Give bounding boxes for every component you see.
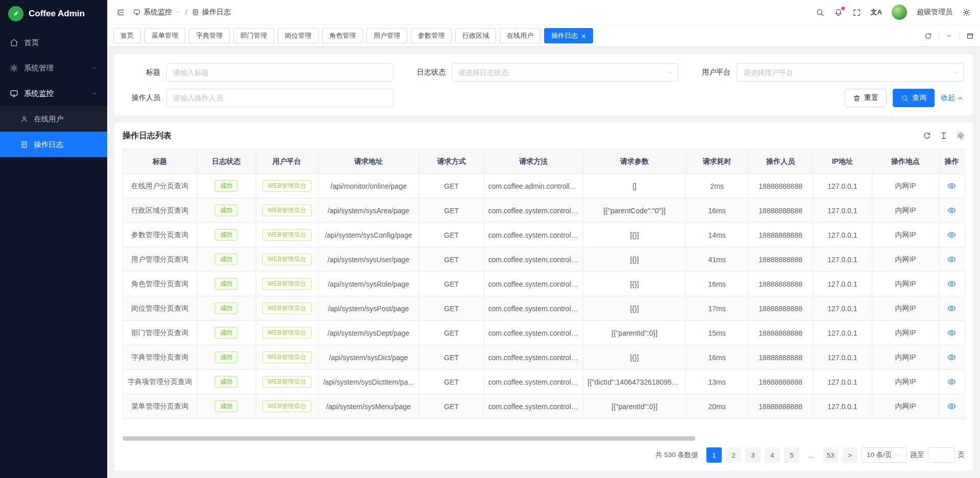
- cell-request-url: /api/system/sysMenu/page: [318, 394, 419, 419]
- tab-首页[interactable]: 首页: [113, 28, 141, 43]
- page-button-2[interactable]: 2: [726, 447, 741, 463]
- close-icon[interactable]: ×: [581, 32, 586, 40]
- column-header: 请求地址: [318, 149, 419, 174]
- view-detail-eye-icon[interactable]: [947, 255, 956, 264]
- platform-badge: WEB管理后台: [262, 303, 311, 314]
- operator-input[interactable]: [166, 89, 394, 107]
- reset-button[interactable]: 重置: [845, 89, 887, 107]
- cell-request-function: com.coffee.system.controlle...: [484, 394, 583, 419]
- view-detail-eye-icon[interactable]: [947, 378, 956, 386]
- breadcrumb-item-operation-log[interactable]: 操作日志: [192, 8, 231, 17]
- reset-button-label: 重置: [864, 93, 878, 103]
- column-height-icon[interactable]: [940, 132, 948, 140]
- next-page-button[interactable]: >: [842, 447, 857, 463]
- page-jump: 跳至 页: [911, 447, 965, 463]
- chevron-down-icon[interactable]: [946, 33, 952, 39]
- status-badge: 成功: [215, 400, 237, 412]
- table-row: 部门管理分页查询成功WEB管理后台/api/system/sysDept/pag…: [123, 321, 965, 345]
- breadcrumb-separator: /: [185, 8, 187, 16]
- tab-用户管理[interactable]: 用户管理: [366, 28, 407, 43]
- sidebar-item-home[interactable]: 首页: [0, 30, 107, 55]
- table-settings-icon[interactable]: [957, 132, 965, 140]
- cell-request-function: com.coffee.system.controlle...: [484, 296, 583, 321]
- column-header: 请求方式: [419, 149, 484, 174]
- sidebar-item-online-users[interactable]: 在线用户: [0, 106, 107, 132]
- cell-operator: 18888888888: [748, 296, 813, 321]
- filter-field-operator: 操作人员: [124, 89, 394, 107]
- sidebar-submenu: 在线用户 操作日志: [0, 106, 107, 157]
- tab-label: 字典管理: [196, 31, 223, 40]
- table-row: 菜单管理分页查询成功WEB管理后台/api/system/sysMenu/pag…: [123, 394, 965, 419]
- fullscreen-icon[interactable]: [852, 8, 861, 17]
- tab-岗位管理[interactable]: 岗位管理: [278, 28, 318, 43]
- tab-在线用户[interactable]: 在线用户: [500, 28, 541, 43]
- collapse-filters-link[interactable]: 收起: [941, 93, 964, 103]
- tab-操作日志[interactable]: 操作日志×: [544, 28, 593, 43]
- page-button-3[interactable]: 3: [745, 447, 761, 463]
- sidebar-item-operation-log[interactable]: 操作日志: [0, 132, 107, 157]
- log-table: 标题日志状态用户平台请求地址请求方式请求方法请求参数请求耗时操作人员IP地址操作…: [122, 149, 965, 419]
- refresh-icon[interactable]: [924, 32, 932, 40]
- status-select[interactable]: [452, 63, 679, 82]
- view-detail-eye-icon[interactable]: [947, 329, 956, 337]
- cell-request-method: GET: [419, 223, 484, 247]
- content-fullscreen-icon[interactable]: [966, 32, 974, 40]
- bell-icon[interactable]: [834, 8, 843, 17]
- divider: [939, 31, 939, 40]
- settings-icon[interactable]: [962, 8, 971, 17]
- view-detail-eye-icon[interactable]: [947, 280, 956, 288]
- page-button-53[interactable]: 53: [823, 447, 838, 463]
- sidebar-item-system-monitor[interactable]: 系统监控: [0, 81, 107, 106]
- breadcrumb-item-system-monitor[interactable]: 系统监控: [133, 8, 181, 17]
- view-detail-eye-icon[interactable]: [947, 182, 956, 190]
- search-icon[interactable]: [816, 8, 824, 17]
- cell-request-function: com.coffee.admin.controller...: [484, 174, 583, 198]
- title-input[interactable]: [166, 63, 394, 82]
- cell-duration: 15ms: [686, 321, 748, 345]
- gear-icon: [10, 64, 18, 72]
- search-button[interactable]: 查询: [893, 89, 935, 107]
- chevron-down-icon: [91, 65, 97, 71]
- cell-duration: 16ms: [686, 198, 748, 223]
- cell-duration: 17ms: [686, 296, 748, 321]
- view-detail-eye-icon[interactable]: [947, 206, 956, 215]
- view-detail-eye-icon[interactable]: [947, 353, 956, 362]
- view-detail-eye-icon[interactable]: [947, 304, 956, 313]
- cell-ip: 127.0.0.1: [813, 247, 872, 272]
- jump-page-input[interactable]: [928, 447, 954, 463]
- tab-角色管理[interactable]: 角色管理: [322, 28, 363, 43]
- view-detail-eye-icon[interactable]: [947, 402, 956, 411]
- page-size-select[interactable]: 10 条/页: [862, 447, 906, 463]
- view-detail-eye-icon[interactable]: [947, 231, 956, 239]
- tab-字典管理[interactable]: 字典管理: [189, 28, 230, 43]
- tab-菜单管理[interactable]: 菜单管理: [144, 28, 185, 43]
- translate-icon[interactable]: 文A: [871, 8, 882, 17]
- app-title: Coffee Admin: [29, 9, 85, 19]
- page-button-1[interactable]: 1: [706, 447, 722, 463]
- tab-参数管理[interactable]: 参数管理: [411, 28, 452, 43]
- column-header: 请求方法: [484, 149, 583, 174]
- status-badge: 成功: [215, 351, 237, 363]
- cell-request-params: [{}]: [583, 223, 685, 247]
- cell-ip: 127.0.0.1: [813, 370, 872, 394]
- tab-行政区域[interactable]: 行政区域: [455, 28, 496, 43]
- monitor-icon: [133, 9, 140, 16]
- tab-label: 菜单管理: [152, 31, 178, 40]
- refresh-icon[interactable]: [923, 132, 931, 140]
- page-button-5[interactable]: 5: [784, 447, 799, 463]
- column-header: 操作地点: [872, 149, 939, 174]
- platform-select[interactable]: [737, 63, 964, 82]
- page-button-4[interactable]: 4: [765, 447, 780, 463]
- cell-request-url: /api/system/sysDict/page: [318, 345, 419, 370]
- tab-label: 行政区域: [462, 31, 489, 40]
- breadcrumb-label: 系统监控: [143, 8, 172, 17]
- sidebar-item-system-management[interactable]: 系统管理: [0, 55, 107, 81]
- username[interactable]: 超级管理员: [917, 8, 952, 17]
- horizontal-scrollbar-thumb[interactable]: [122, 436, 695, 441]
- collapse-sidebar-icon[interactable]: [116, 8, 125, 17]
- avatar[interactable]: [892, 5, 907, 20]
- cell-location: 内网IP: [872, 321, 939, 345]
- platform-label: 用户平台: [694, 68, 730, 77]
- status-badge: 成功: [215, 205, 237, 216]
- tab-部门管理[interactable]: 部门管理: [233, 28, 274, 43]
